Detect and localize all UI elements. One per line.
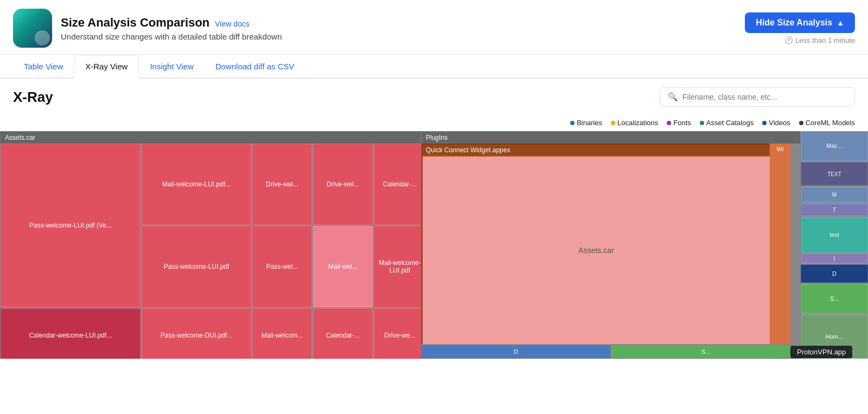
coreml-dot bbox=[799, 121, 803, 125]
legend-fonts[interactable]: Fonts bbox=[667, 119, 691, 127]
app-icon bbox=[13, 9, 52, 48]
text2-cell[interactable]: text bbox=[801, 217, 868, 253]
videos-label: Videos bbox=[769, 119, 790, 127]
tab-xray-view[interactable]: X-Ray View bbox=[74, 55, 139, 79]
hide-btn-label: Hide Size Analysis bbox=[756, 18, 832, 28]
d-cell[interactable]: D bbox=[801, 264, 868, 283]
plugins-panel: PlugIns Quick Connect Widget.appex Asset… bbox=[421, 131, 801, 359]
videos-dot bbox=[762, 121, 767, 125]
fonts-dot bbox=[667, 121, 671, 125]
header-subtitle: Understand size changes with a detailed … bbox=[61, 32, 282, 41]
tab-download-csv[interactable]: Download diff as CSV bbox=[205, 55, 305, 77]
list-item[interactable]: Pass-wel... bbox=[252, 226, 312, 307]
qcw-label: Quick Connect Widget.appex bbox=[423, 145, 789, 156]
list-item[interactable]: Calendar-... bbox=[313, 308, 373, 359]
list-item[interactable]: S... bbox=[611, 345, 800, 358]
proton-tooltip: ProtonVPN.app bbox=[790, 346, 852, 358]
i-cell[interactable]: I bbox=[801, 254, 868, 263]
fonts-label: Fonts bbox=[673, 119, 691, 127]
search-icon: 🔍 bbox=[668, 92, 678, 102]
search-box[interactable]: 🔍 bbox=[660, 87, 855, 107]
list-item[interactable]: Pass-welcome-DUI.pdf... bbox=[142, 308, 251, 359]
binaries-dot bbox=[570, 121, 575, 125]
assets-grid: Pass-welcome-LUI.pdf (Ve... Mail-welcome… bbox=[1, 144, 420, 358]
header-left: Size Analysis Comparison View docs Under… bbox=[13, 9, 282, 48]
header-title-row: Size Analysis Comparison View docs bbox=[61, 16, 282, 30]
view-docs-link[interactable]: View docs bbox=[215, 20, 250, 28]
wi-block[interactable]: Wi bbox=[770, 144, 790, 344]
treemap-area: Assets.car Pass-welcome-LUI.pdf (Ve... M… bbox=[0, 131, 868, 359]
xray-section-header: X-Ray 🔍 bbox=[0, 79, 868, 117]
list-item[interactable]: Drive-we... bbox=[374, 308, 426, 359]
s-cell[interactable]: S... bbox=[801, 284, 868, 314]
list-item[interactable]: Drive-wel... bbox=[313, 144, 373, 225]
m-cell[interactable]: M bbox=[801, 187, 868, 202]
plugins-label: PlugIns bbox=[422, 132, 800, 144]
binaries-label: Binaries bbox=[577, 119, 602, 127]
localizations-dot bbox=[611, 121, 615, 125]
plugins-inner: Quick Connect Widget.appex Assets.car Wi… bbox=[422, 144, 800, 358]
legend-videos[interactable]: Videos bbox=[762, 119, 790, 127]
list-item[interactable]: D bbox=[422, 345, 610, 358]
list-item[interactable]: Mail-welcome-LUI.pdf bbox=[374, 226, 426, 307]
clock-icon: 🕐 bbox=[784, 36, 793, 44]
assets-car-label: Assets.car bbox=[1, 132, 420, 144]
header-right: Hide Size Analysis ▲ 🕐 Less than 1 minut… bbox=[745, 12, 855, 44]
legend-binaries[interactable]: Binaries bbox=[570, 119, 602, 127]
legend-asset-catalogs[interactable]: Asset Catalogs bbox=[700, 119, 754, 127]
text-cell[interactable]: TEXT bbox=[801, 162, 868, 186]
legend-coreml[interactable]: CoreML Models bbox=[799, 119, 855, 127]
asset-catalogs-dot bbox=[700, 121, 704, 125]
time-label: 🕐 Less than 1 minute bbox=[784, 36, 855, 44]
list-item[interactable]: Pass-welcome-LUI.pdf (Ve... bbox=[1, 144, 141, 307]
chevron-up-icon: ▲ bbox=[837, 18, 844, 27]
right-panels: Mac... TEXT M T text I D S... Hom... bbox=[801, 131, 868, 359]
hide-size-analysis-button[interactable]: Hide Size Analysis ▲ bbox=[745, 12, 855, 33]
tab-insight-view[interactable]: Insight View bbox=[139, 55, 205, 77]
list-item[interactable]: Mail-welcom... bbox=[252, 308, 312, 359]
list-item[interactable]: Pass-welcome-LUI.pdf bbox=[142, 226, 251, 307]
t-cell[interactable]: T bbox=[801, 204, 868, 216]
list-item[interactable]: Drive-wel... bbox=[252, 144, 312, 225]
qcw-assets-inner: Assets.car bbox=[423, 157, 770, 344]
legend-localizations[interactable]: Localizations bbox=[611, 119, 658, 127]
header: Size Analysis Comparison View docs Under… bbox=[0, 0, 868, 55]
header-title-block: Size Analysis Comparison View docs Under… bbox=[61, 16, 282, 41]
xray-title: X-Ray bbox=[13, 89, 53, 106]
coreml-label: CoreML Models bbox=[806, 119, 855, 127]
mac-cell[interactable]: Mac... bbox=[801, 131, 868, 161]
xray-header: X-Ray 🔍 bbox=[13, 87, 855, 107]
plugins-bottom: D S... bbox=[422, 345, 800, 358]
legend: Binaries Localizations Fonts Asset Catal… bbox=[0, 117, 868, 131]
page-title: Size Analysis Comparison bbox=[61, 16, 209, 30]
list-item[interactable]: Mail-welcome-LUI.pdf... bbox=[142, 144, 251, 225]
tab-table-view[interactable]: Table View bbox=[13, 55, 74, 77]
list-item[interactable]: Calendar-welcome-LUI.pdf... bbox=[1, 308, 141, 359]
list-item[interactable]: Mail-wel... bbox=[313, 226, 373, 307]
list-item[interactable]: Calendar-... bbox=[374, 144, 426, 225]
localizations-label: Localizations bbox=[617, 119, 658, 127]
assets-car-panel: Assets.car Pass-welcome-LUI.pdf (Ve... M… bbox=[0, 131, 421, 359]
tabs-bar: Table View X-Ray View Insight View Downl… bbox=[0, 55, 868, 79]
asset-catalogs-label: Asset Catalogs bbox=[706, 119, 754, 127]
qcw-block[interactable]: Quick Connect Widget.appex Assets.car bbox=[422, 144, 790, 344]
search-input[interactable] bbox=[682, 93, 847, 101]
